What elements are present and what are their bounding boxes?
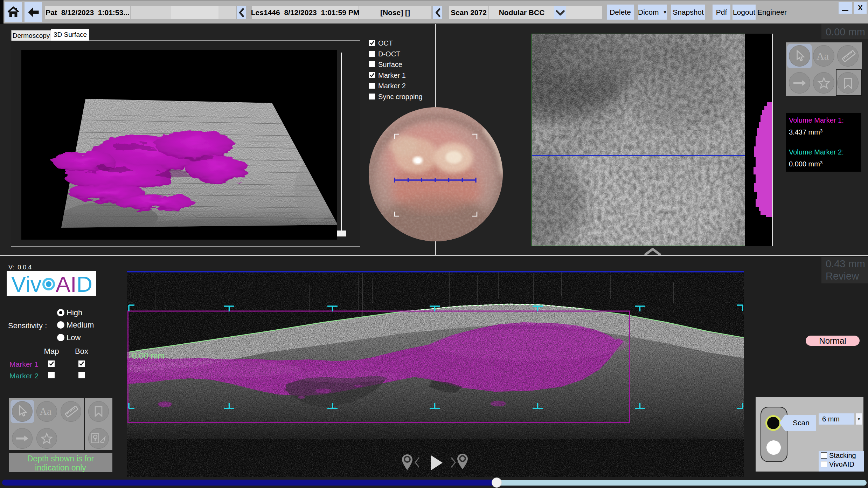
svg-text:Viv: Viv [11,272,42,296]
svg-text:0.00 mm: 0.00 mm [132,351,165,360]
svg-text:AID: AID [56,272,92,296]
svg-text:Scan: Scan [793,419,810,427]
